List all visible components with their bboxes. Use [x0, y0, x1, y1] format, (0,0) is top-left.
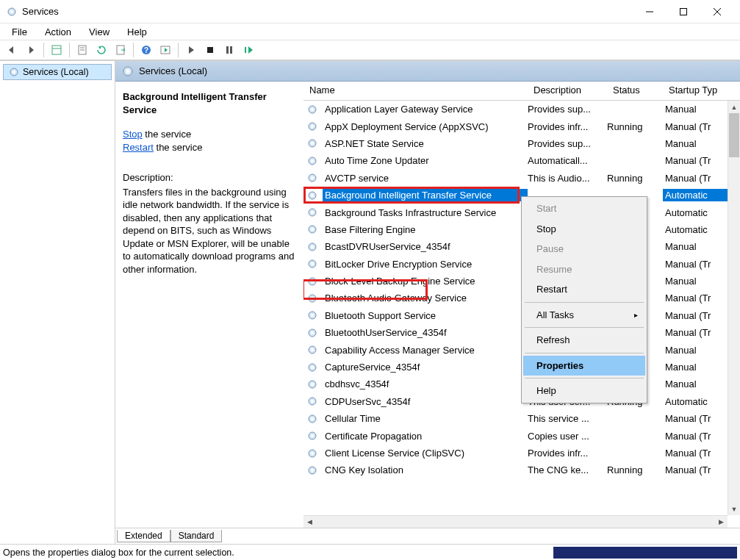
tab-standard[interactable]: Standard — [170, 530, 223, 542]
scroll-up-icon[interactable]: ▲ — [728, 101, 740, 113]
svg-rect-15 — [207, 47, 213, 53]
svg-point-30 — [311, 159, 314, 162]
tab-extended[interactable]: Extended — [117, 530, 170, 542]
manage-button[interactable] — [157, 41, 174, 59]
services-list: Name Description Status Startup Typ Appl… — [303, 82, 740, 528]
col-name[interactable]: Name — [303, 82, 528, 100]
menubar: File Action View Help — [0, 24, 740, 40]
ctx-properties[interactable]: Properties — [523, 356, 645, 376]
service-description: Provides sup... — [528, 104, 607, 115]
service-icon — [306, 362, 318, 373]
statusbar-right-fill — [553, 547, 737, 559]
service-row[interactable]: Certificate PropagationCopies user ...Ma… — [303, 427, 740, 444]
scroll-left-icon[interactable]: ◀ — [303, 518, 316, 525]
service-row[interactable]: Client License Service (ClipSVC)Provides… — [303, 445, 740, 462]
export-button[interactable] — [112, 41, 129, 59]
description-pane: Background Intelligent Transfer Service … — [115, 82, 303, 528]
service-description: Copies user ... — [528, 431, 607, 442]
stop-service-link[interactable]: Stop — [123, 129, 143, 140]
svg-point-32 — [311, 176, 314, 179]
vertical-scrollbar[interactable]: ▲ ▼ — [728, 101, 740, 515]
service-row[interactable]: AppX Deployment Service (AppXSVC)Provide… — [303, 118, 740, 134]
menu-file[interactable]: File — [4, 25, 35, 39]
scroll-right-icon[interactable]: ▶ — [715, 518, 728, 525]
service-name: Block Level Backup Engine Service — [323, 275, 528, 287]
svg-point-66 — [311, 469, 314, 472]
restart-service-link[interactable]: Restart — [123, 142, 154, 153]
service-row[interactable]: CNG Key IsolationThe CNG ke...RunningMan… — [303, 462, 740, 478]
ctx-stop[interactable]: Stop — [523, 219, 645, 240]
svg-point-60 — [311, 417, 314, 420]
svg-point-64 — [311, 452, 314, 455]
show-hide-tree-button[interactable] — [48, 41, 65, 59]
ctx-start: Start — [523, 198, 645, 219]
service-row[interactable]: ASP.NET State ServiceProvides sup...Manu… — [303, 135, 740, 152]
service-icon — [306, 241, 318, 253]
service-name: Background Tasks Infrastructure Service — [323, 207, 528, 219]
col-description[interactable]: Description — [528, 82, 607, 100]
service-name: Capability Access Manager Service — [323, 344, 528, 356]
service-icon — [306, 292, 318, 304]
context-menu: Start Stop Pause Resume Restart All Task… — [521, 196, 647, 403]
service-name: AVCTP service — [323, 172, 528, 184]
service-name: Bluetooth Audio Gateway Service — [323, 292, 528, 304]
svg-point-42 — [311, 262, 314, 265]
service-name: CDPUserSvc_4354f — [323, 395, 528, 408]
help-button[interactable]: ? — [137, 41, 155, 59]
service-icon — [306, 104, 318, 115]
svg-point-26 — [311, 125, 314, 128]
service-description: The CNG ke... — [528, 464, 607, 475]
restart-service-button[interactable] — [240, 41, 257, 59]
back-button[interactable] — [3, 41, 21, 59]
service-name: BluetoothUserService_4354f — [323, 326, 528, 339]
bottom-tabs: Extended Standard — [115, 528, 740, 544]
close-button[interactable] — [700, 1, 734, 23]
column-headers: Name Description Status Startup Typ — [303, 82, 740, 101]
service-icon — [306, 327, 318, 339]
svg-point-48 — [311, 314, 314, 317]
ctx-help[interactable]: Help — [523, 381, 645, 401]
service-icon — [306, 137, 318, 149]
start-service-button[interactable] — [182, 41, 200, 59]
menu-view[interactable]: View — [82, 25, 117, 39]
maximize-button[interactable] — [667, 1, 700, 23]
minimize-button[interactable] — [633, 1, 667, 23]
toolbar: ? — [0, 40, 740, 60]
ctx-refresh[interactable]: Refresh — [523, 330, 645, 351]
service-name: Auto Time Zone Updater — [323, 154, 528, 167]
service-row[interactable]: Auto Time Zone UpdaterAutomaticall...Man… — [303, 152, 740, 169]
col-status[interactable]: Status — [607, 82, 663, 100]
service-description: This service ... — [528, 413, 607, 424]
ctx-restart[interactable]: Restart — [523, 279, 645, 300]
service-name: Client License Service (ClipSVC) — [323, 447, 528, 459]
service-icon — [306, 121, 318, 132]
service-icon — [306, 378, 318, 390]
window-title: Services — [22, 6, 633, 17]
stop-service-button[interactable] — [201, 41, 219, 59]
svg-point-52 — [311, 348, 314, 351]
horizontal-scrollbar[interactable]: ◀ ▶ — [303, 515, 728, 528]
page-header-icon — [121, 65, 134, 78]
properties-button[interactable] — [73, 41, 91, 59]
svg-point-62 — [311, 434, 314, 437]
service-icon — [306, 413, 318, 425]
col-startup[interactable]: Startup Typ — [663, 82, 740, 100]
scroll-down-icon[interactable]: ▼ — [728, 503, 740, 515]
ctx-all-tasks[interactable]: All Tasks▸ — [523, 305, 645, 326]
menu-help[interactable]: Help — [120, 25, 154, 39]
ctx-resume: Resume — [523, 259, 645, 280]
service-name: Cellular Time — [323, 412, 528, 425]
service-row[interactable]: Application Layer Gateway ServiceProvide… — [303, 101, 740, 118]
service-icon — [306, 190, 318, 201]
service-icon — [306, 207, 318, 218]
refresh-button[interactable] — [93, 41, 110, 59]
titlebar: Services — [0, 0, 740, 24]
svg-point-22 — [126, 69, 130, 73]
pause-service-button[interactable] — [220, 41, 238, 59]
service-row[interactable]: Cellular TimeThis service ...Manual (Tr — [303, 410, 740, 427]
forward-button[interactable] — [22, 41, 40, 59]
service-row[interactable]: AVCTP serviceThis is Audio...RunningManu… — [303, 170, 740, 187]
menu-action[interactable]: Action — [37, 25, 79, 39]
tree-node-services-local[interactable]: Services (Local) — [3, 64, 112, 80]
svg-point-58 — [311, 400, 314, 403]
